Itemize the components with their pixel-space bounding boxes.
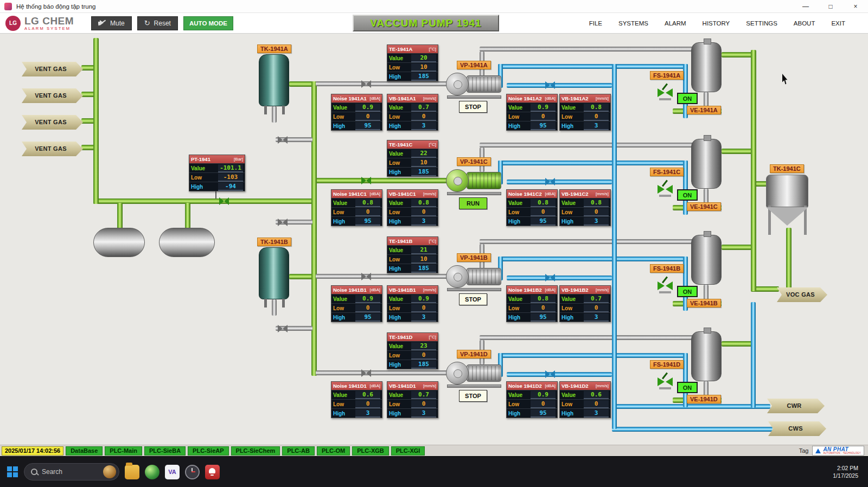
- clock-app-icon[interactable]: [185, 465, 200, 479]
- panel-row-high: High95: [507, 408, 557, 418]
- menu-item-about[interactable]: ABOUT: [794, 20, 815, 27]
- maximize-icon[interactable]: □: [818, 0, 843, 13]
- application-window: Hệ thống báo động tập trung — □ × LG LG …: [0, 0, 868, 487]
- row-label: Low: [389, 114, 400, 120]
- panel-vb-1941b1: VB-1941B1[mm/s]Value0.9Low0High3: [387, 285, 438, 322]
- panel-row-high: High95: [507, 121, 557, 130]
- minimize-icon[interactable]: —: [793, 0, 818, 13]
- row-label: Value: [508, 105, 522, 111]
- low-limit: 10: [411, 63, 436, 72]
- ve-label: VE-1941C: [687, 202, 721, 211]
- search-box[interactable]: Search: [24, 463, 119, 480]
- high-limit: 185: [411, 361, 436, 369]
- panel-vb-1941a2: VB-1941A2[mm/s]Value0.8Low0High3: [559, 94, 611, 131]
- statusbar-right: Tag AN PHAT AUTOMATION - TECHNOLOGY: [799, 446, 866, 456]
- value-reading: -101.1: [218, 164, 243, 172]
- alarm-app-icon[interactable]: [205, 465, 220, 479]
- close-icon[interactable]: ×: [843, 0, 868, 13]
- valve-icon: [278, 136, 288, 144]
- pipe: [612, 64, 617, 429]
- flow-switch-fs-1941d: FS-1941DONVE-1941D: [649, 360, 730, 410]
- valve-icon: [361, 369, 371, 377]
- panel-header: TE-1941B[°C]: [387, 237, 438, 245]
- pump-state-button[interactable]: STOP: [459, 390, 487, 402]
- pipe: [316, 370, 455, 375]
- panel-header: VB-1941B1[mm/s]: [387, 286, 438, 294]
- panel-row-high: High185: [387, 360, 438, 369]
- pipe: [480, 47, 703, 52]
- auto-mode-button[interactable]: AUTO MODE: [183, 16, 233, 30]
- pump-state-button[interactable]: STOP: [459, 101, 487, 113]
- reset-button[interactable]: ↻ Reset: [137, 16, 178, 30]
- menu-item-systems[interactable]: SYSTEMS: [618, 20, 648, 27]
- panel-body: Value0.9Low0High95: [331, 294, 382, 322]
- file-explorer-icon[interactable]: [125, 465, 139, 479]
- low-limit: 0: [531, 304, 556, 312]
- row-label: Value: [561, 296, 576, 302]
- menu-item-alarm[interactable]: ALARM: [665, 20, 686, 27]
- statusbar-item-plc-sieba[interactable]: PLC-SieBA: [144, 446, 186, 456]
- statusbar-item-plc-xgi[interactable]: PLC-XGI: [391, 446, 425, 456]
- panel-header: Noise 1941A1[dBA]: [331, 94, 382, 102]
- statusbar-item-plc-siechem[interactable]: PLC-SieChem: [231, 446, 280, 456]
- row-label: Low: [508, 305, 519, 311]
- panel-row-value: Value0.9: [387, 294, 438, 303]
- panel-row-high: High3: [387, 408, 438, 418]
- valve-icon: [545, 370, 555, 378]
- statusbar-item-plc-sieap[interactable]: PLC-SieAP: [188, 446, 228, 456]
- search-highlight-icon[interactable]: [103, 465, 116, 478]
- statusbar-item-plc-xgb[interactable]: PLC-XGB: [352, 446, 389, 456]
- statusbar-item-database[interactable]: DataBase: [66, 446, 103, 456]
- menu-item-settings[interactable]: SETTINGS: [746, 20, 777, 27]
- pump-motor: [467, 268, 501, 285]
- panel-row-value: Value20: [387, 53, 438, 62]
- value-reading: 23: [411, 342, 436, 350]
- window-titlebar: Hệ thống báo động tập trung — □ ×: [0, 0, 868, 13]
- menu-item-exit[interactable]: EXIT: [831, 20, 845, 27]
- statusbar-item-plc-main[interactable]: PLC-Main: [105, 446, 142, 456]
- flow-switch-state-button[interactable]: ON: [677, 286, 698, 297]
- taskbar-clock[interactable]: 2:02 PM 1/17/2025: [833, 464, 861, 479]
- valve-icon: [361, 80, 371, 88]
- panel-title: TE-1941B: [389, 238, 412, 244]
- row-label: High: [508, 315, 520, 321]
- menu-item-file[interactable]: FILE: [589, 20, 602, 27]
- start-button[interactable]: [7, 466, 18, 478]
- panel-unit: [dBA]: [545, 96, 556, 101]
- panel-body: Value21Low10High185: [387, 245, 438, 273]
- pump-state-button[interactable]: STOP: [459, 293, 487, 305]
- brand-name: LG CHEM: [24, 16, 74, 26]
- panel-body: Value0.9Low0High95: [507, 102, 557, 130]
- mute-label: Mute: [110, 20, 125, 27]
- va-app-icon[interactable]: VA: [165, 465, 180, 479]
- tank-tk-1941b: [259, 247, 289, 299]
- menu-item-history[interactable]: HISTORY: [703, 20, 730, 27]
- pump-icon: [443, 361, 503, 388]
- flow-switch-state-button[interactable]: ON: [677, 93, 698, 104]
- panel-header: Noise 1941A2[dBA]: [507, 94, 557, 102]
- browser-icon[interactable]: [145, 465, 159, 479]
- panel-body: Value0.8Low0High95: [331, 198, 382, 226]
- panel-row-low: Low10: [387, 62, 438, 72]
- tag-label[interactable]: Tag: [799, 447, 809, 454]
- value-reading: 0.9: [411, 295, 436, 303]
- panel-unit: [mm/s]: [596, 383, 609, 388]
- statusbar-item-plc-om[interactable]: PLC-OM: [317, 446, 350, 456]
- panel-body: Value23Low0High185: [387, 341, 438, 369]
- value-reading: 0.8: [531, 295, 556, 303]
- pump-state-button[interactable]: RUN: [459, 197, 487, 209]
- row-label: High: [561, 219, 573, 225]
- panel-row-low: Low0: [507, 303, 557, 312]
- panel-row-value: Value0.8: [507, 198, 557, 207]
- panel-row-high: High3: [560, 312, 610, 322]
- statusbar-item-plc-ab[interactable]: PLC-AB: [282, 446, 315, 456]
- panel-row-low: Low0: [560, 207, 610, 216]
- pipe: [498, 257, 688, 261]
- anphat-logo: AN PHAT AUTOMATION - TECHNOLOGY: [812, 446, 864, 456]
- tank-tk-1941c: [766, 175, 808, 207]
- mute-button[interactable]: Mute: [91, 16, 132, 30]
- flow-switch-state-button[interactable]: ON: [677, 189, 698, 201]
- flow-switch-state-button[interactable]: ON: [677, 382, 698, 393]
- pump-head: [446, 73, 469, 95]
- panel-unit: [mm/s]: [423, 96, 436, 101]
